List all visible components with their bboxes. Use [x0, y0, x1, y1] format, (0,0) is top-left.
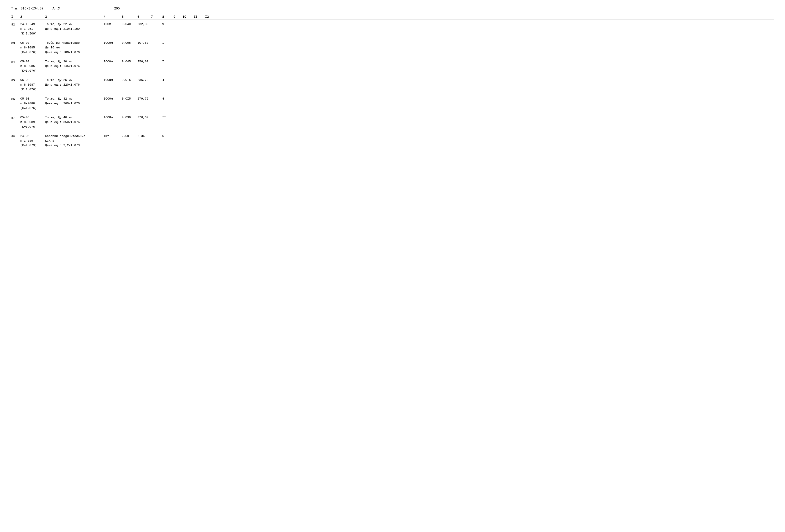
- table-row: 8405-03п.8-0086(К=I,076)То же, Ду 20 ммЦ…: [11, 57, 774, 75]
- row-col7: 5: [162, 134, 174, 139]
- row-code: 24-I6-49п.I-05I(К=I,IO9): [20, 22, 45, 36]
- row-unit: IOOOм: [104, 59, 122, 64]
- row-col7: I: [162, 41, 174, 46]
- row-code: 05-03п.8-0089(К=I,076): [20, 115, 45, 130]
- col-header-8: 8: [162, 15, 174, 19]
- row-price: I56,02: [137, 59, 151, 64]
- row-col7: 7: [162, 59, 174, 64]
- row-qty: 2,00: [122, 134, 137, 139]
- row-code: 05-03п.8-0086(К=I,076): [20, 59, 45, 74]
- col-header-4: 4: [104, 15, 122, 19]
- page-number: 205: [114, 7, 120, 10]
- col-header-2: 2: [20, 15, 45, 19]
- column-headers: I 2 3 4 5 6 7 8 9 IO II I2: [11, 14, 774, 20]
- row-unit: IOOм: [104, 22, 122, 27]
- row-description: То же, ДУ 22 ммЦена ед.: 2IOxI,IO9: [45, 22, 104, 31]
- table-row: 8824-05п.I-389(К=I,073)Коробки соедините…: [11, 132, 774, 150]
- row-description: Коробки соединительныеКСК-8Цена ед.: 2,2…: [45, 134, 104, 148]
- col-header-11: II: [194, 15, 205, 19]
- row-price: 279,76: [137, 97, 151, 101]
- row-price: IO7,60: [137, 41, 151, 46]
- row-qty: 0,005: [122, 41, 137, 46]
- row-code: 05-03п.8-0085(К=I,076): [20, 41, 45, 55]
- row-description: То же, Ду 32 ммЦена ед.: 260xI,076: [45, 97, 104, 106]
- row-qty: 0,OI5: [122, 97, 137, 101]
- row-price: 236,72: [137, 78, 151, 83]
- row-price: 2,36: [137, 134, 151, 139]
- table-row: 8224-I6-49п.I-05I(К=I,IO9)То же, ДУ 22 м…: [11, 20, 774, 37]
- row-number: 87: [11, 115, 20, 121]
- row-qty: 0,040: [122, 22, 137, 27]
- row-col7: 9: [162, 22, 174, 27]
- main-table: I 2 3 4 5 6 7 8 9 IO II I2 8224-I6-49п.I…: [11, 14, 774, 149]
- row-price: 232,89: [137, 22, 151, 27]
- col-header-5: 5: [122, 15, 137, 19]
- row-number: 82: [11, 22, 20, 27]
- row-number: 85: [11, 78, 20, 83]
- row-qty: 0,045: [122, 59, 137, 64]
- table-row: 8505-03п.8-0087(К=I,076)То же, Ду 25 ммЦ…: [11, 76, 774, 94]
- col-header-1: I: [11, 15, 20, 19]
- table-rows: 8224-I6-49п.I-05I(К=I,IO9)То же, ДУ 22 м…: [11, 20, 774, 149]
- row-code: 24-05п.I-389(К=I,073): [20, 134, 45, 148]
- col-header-7: 7: [151, 15, 162, 19]
- col-header-12: I2: [205, 15, 216, 19]
- row-qty: 0,OI5: [122, 78, 137, 83]
- row-number: 86: [11, 97, 20, 102]
- row-unit: IOOOм: [104, 97, 122, 101]
- row-col7: 4: [162, 97, 174, 101]
- row-description: То же, Ду 20 ммЦена ед.: I45xI,076: [45, 59, 104, 69]
- doc-type: Ал.У: [52, 7, 60, 10]
- row-description: Трубы винипластовыеДу I6 ммЦена ед.: IOO…: [45, 41, 104, 55]
- row-code: 05-03п.8-0088(К=I,076): [20, 97, 45, 111]
- row-qty: 0,030: [122, 115, 137, 120]
- table-row: 8705-03п.8-0089(К=I,076)То же, Ду 40 ммЦ…: [11, 113, 774, 131]
- table-row: 8605-03п.8-0088(К=I,076)То же, Ду 32 ммЦ…: [11, 95, 774, 112]
- row-col7: 4: [162, 78, 174, 83]
- col-header-9: 9: [174, 15, 182, 19]
- row-price: 376,60: [137, 115, 151, 120]
- row-unit: IOOOм: [104, 78, 122, 83]
- col-header-10: IO: [182, 15, 194, 19]
- col-header-6: 6: [137, 15, 151, 19]
- col-header-3: 3: [45, 15, 104, 19]
- table-row: 8305-03п.8-0085(К=I,076)Трубы винипласто…: [11, 38, 774, 56]
- row-number: 84: [11, 59, 20, 64]
- row-description: То же, Ду 25 ммЦена ед.: 220xI,076: [45, 78, 104, 87]
- page-header: Т.п. 8I6-I-I34.87 Ал.У 205: [11, 7, 774, 10]
- row-number: 83: [11, 41, 20, 46]
- row-code: 05-03п.8-0087(К=I,076): [20, 78, 45, 92]
- row-number: 88: [11, 134, 20, 139]
- row-unit: IOOOм: [104, 41, 122, 46]
- row-description: То же, Ду 40 ммЦена ед.: 350xI,076: [45, 115, 104, 125]
- doc-id: Т.п. 8I6-I-I34.87: [11, 7, 44, 10]
- row-unit: Iшт.: [104, 134, 122, 139]
- row-col7: II: [162, 115, 174, 120]
- row-unit: IOOOм: [104, 115, 122, 120]
